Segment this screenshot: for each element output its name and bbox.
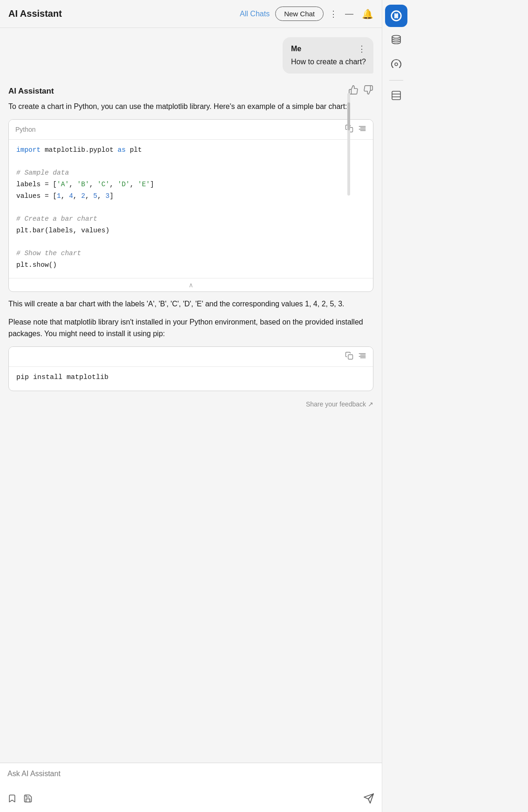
app-title: AI Assistant [8, 8, 234, 19]
scrollbar-track[interactable] [347, 93, 350, 196]
save-button[interactable] [23, 794, 33, 805]
svg-rect-15 [392, 91, 400, 100]
chat-area: Me ⋮ How to create a chart? AI Assistant [0, 28, 382, 763]
ai-message-name: AI Assistant [8, 87, 54, 96]
ai-message-actions [348, 85, 373, 97]
sidebar-layout-button[interactable] [385, 84, 407, 107]
code-collapse-button[interactable]: ∧ [9, 278, 373, 291]
user-message-text: How to create a chart? [291, 57, 366, 67]
new-chat-button[interactable]: New Chat [275, 7, 324, 21]
header-bell-icon[interactable]: 🔔 [362, 8, 373, 20]
bookmark-button[interactable] [7, 794, 17, 805]
header: AI Assistant All Chats New Chat ⋮ — 🔔 [0, 0, 382, 28]
sidebar-plugin-button[interactable] [385, 53, 407, 75]
pip-code-copy-button[interactable] [345, 352, 353, 362]
feedback-link[interactable]: Share your feedback ↗ [306, 400, 373, 408]
pip-code-format-button[interactable] [358, 352, 366, 362]
ai-intro-text: To create a chart in Python, you can use… [8, 101, 373, 113]
all-chats-link[interactable]: All Chats [240, 10, 270, 18]
code-block-body: import matplotlib.pyplot as plt # Sample… [9, 139, 373, 278]
user-message-header: Me ⋮ [291, 44, 366, 54]
ai-message-header: AI Assistant [8, 85, 373, 97]
svg-point-13 [392, 35, 400, 38]
code-block-language: Python [15, 126, 36, 133]
input-toolbar-left [7, 794, 33, 805]
code-block-pip: pip install matplotlib [8, 346, 373, 392]
user-message-name: Me [291, 45, 301, 53]
sidebar-divider [389, 80, 403, 81]
pip-code-block-actions [345, 352, 366, 362]
pip-code-block-body: pip install matplotlib [9, 366, 373, 391]
chat-input[interactable] [7, 770, 374, 786]
svg-point-14 [395, 63, 398, 66]
ai-post-code-text1: This will create a bar chart with the la… [8, 298, 373, 310]
thumbdown-button[interactable] [363, 85, 373, 97]
sidebar-database-button[interactable] [385, 29, 407, 51]
code-format-button[interactable] [358, 124, 366, 135]
header-minimize-icon[interactable]: — [345, 9, 353, 19]
code-block-python: Python import matplotlib.pyplot as plt #… [8, 119, 373, 292]
sidebar-ai-assistant-button[interactable] [385, 5, 407, 27]
svg-rect-5 [348, 354, 353, 359]
pip-code-block-header [9, 347, 373, 366]
code-block-header: Python [9, 120, 373, 139]
user-message-more-icon[interactable]: ⋮ [358, 44, 366, 54]
ai-message-wrapper: AI Assistant To create a chart in Python… [8, 85, 373, 413]
user-message-wrapper: Me ⋮ How to create a chart? [8, 37, 373, 74]
ai-post-code-text2: Please note that matplotlib library isn'… [8, 317, 373, 340]
send-button[interactable] [363, 793, 374, 806]
feedback-row: Share your feedback ↗ [8, 398, 373, 413]
input-toolbar [7, 793, 374, 806]
right-sidebar [382, 0, 410, 812]
user-message-bubble: Me ⋮ How to create a chart? [283, 37, 373, 74]
scrollbar-thumb[interactable] [347, 102, 350, 130]
header-more-icon[interactable]: ⋮ [329, 9, 338, 19]
input-area [0, 763, 382, 812]
